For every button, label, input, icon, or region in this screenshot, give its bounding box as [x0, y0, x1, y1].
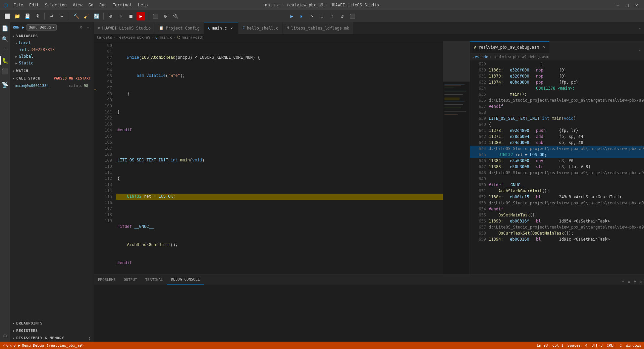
run-button[interactable]: ▶	[137, 12, 145, 20]
disasm-line-634: 634 00011378 <main>:	[470, 85, 644, 91]
debug-play-pause-button[interactable]: ⏵	[297, 11, 307, 21]
clean-icon[interactable]: 🧹	[82, 12, 91, 20]
tab-more-button[interactable]: ⋯	[636, 22, 644, 34]
disasm-memory-section-header[interactable]: ▾ DISASSEMBLY & MEMORY ❯	[10, 334, 94, 342]
flash-icon[interactable]: ⚡	[116, 12, 125, 20]
tab-terminal[interactable]: TERMINAL	[141, 275, 167, 285]
status-line-col[interactable]: Ln 98, Col 1	[537, 343, 563, 348]
chevron-down-icon: ▾	[52, 25, 55, 30]
activity-debug-icon[interactable]: 🐛	[0, 56, 10, 65]
activity-scm-icon[interactable]: ⑂	[0, 45, 10, 54]
menu-view[interactable]: View	[70, 2, 85, 8]
status-language[interactable]: C	[620, 343, 622, 348]
stop-debug-icon[interactable]: ⏹	[126, 12, 135, 20]
tab-project-config[interactable]: 📋 Project Config	[155, 22, 204, 34]
disasm-line-650: 650 #ifdef __GNUC__	[470, 182, 644, 188]
tab-debug-console[interactable]: DEBUG CONSOLE	[167, 275, 204, 285]
registers-section-header[interactable]: ▶ REGISTERS	[10, 327, 94, 334]
local-group[interactable]: ▾ Local	[10, 40, 94, 46]
tab-main-c[interactable]: C main.c ×	[204, 22, 238, 34]
menu-run[interactable]: Run	[97, 2, 109, 8]
debug-stop-button[interactable]: ⬛	[347, 11, 357, 21]
status-spaces[interactable]: Spaces: 4	[568, 343, 588, 348]
activity-files-icon[interactable]: 📄	[0, 23, 10, 33]
debug-config-icon[interactable]: ⚙	[106, 12, 115, 20]
tab-liteos-tables[interactable]: M liteos_tables_ldflags.mk	[283, 22, 354, 34]
code-line-98: UINT32 ret = LOS_OK;	[116, 194, 443, 200]
variables-section-header[interactable]: ▾ VARIABLES	[10, 32, 94, 40]
menu-terminal[interactable]: Terminal	[110, 2, 135, 8]
status-platform[interactable]: Windows	[626, 343, 641, 348]
menu-edit[interactable]: Edit	[26, 2, 42, 8]
status-eol[interactable]: CRLF	[607, 343, 616, 348]
editor-split: ⇒ 9091929394 9596979899 100101102103104 …	[94, 41, 644, 275]
terminal-icon[interactable]: ⬛	[151, 12, 160, 20]
activity-extensions-icon[interactable]: ⬛	[0, 66, 10, 76]
disasm-more-button[interactable]: ⋯	[636, 48, 644, 53]
callstack-header[interactable]: ▾ CALL STACK PAUSED ON RESTART	[10, 74, 94, 82]
settings-icon[interactable]: ⚙	[161, 12, 170, 20]
status-debug-session[interactable]: ▶ Qemu Debug (realview_pbx_a9)	[18, 343, 84, 348]
debug-arrow-indicator: ⇒	[94, 86, 96, 92]
disasm-content[interactable]: 629 } 630 1136c: e320f000 nop {0} 631	[470, 60, 644, 275]
panel-up-icon[interactable]: ∧	[626, 279, 632, 285]
breadcrumb-disasm-file[interactable]: realview_pbx_a9_debug.asm	[493, 55, 549, 59]
maximize-button[interactable]: □	[623, 1, 631, 9]
debug-settings-icon[interactable]: ⚙	[78, 24, 84, 30]
menu-help[interactable]: Help	[136, 2, 151, 8]
breadcrumb-pbx[interactable]: realview-pbx-a9	[117, 35, 150, 40]
open-folder-icon[interactable]: 📁	[13, 12, 21, 20]
save-all-icon[interactable]: 🗄	[33, 12, 42, 20]
menu-selection[interactable]: Selection	[42, 2, 69, 8]
static-group[interactable]: ▶ Static	[10, 60, 94, 66]
disasm-expand-icon[interactable]: ❯	[89, 336, 91, 340]
build-icon[interactable]: 🔨	[72, 12, 80, 20]
save-icon[interactable]: 💾	[23, 12, 32, 20]
undo-icon[interactable]: ↩	[47, 12, 56, 20]
debug-step-out-button[interactable]: ↑	[327, 11, 337, 21]
disasm-tab-active[interactable]: A realview_pbx_a9_debug.asm ×	[470, 41, 549, 53]
status-encoding[interactable]: UTF-8	[591, 343, 602, 348]
breadcrumb-main-void[interactable]: main(void)	[182, 35, 204, 40]
debug-config-dropdown[interactable]: Qemu Debug ▾	[26, 24, 57, 31]
explorer-icon[interactable]: ⬜	[3, 12, 11, 20]
tab-problems[interactable]: PROBLEMS	[94, 275, 120, 285]
panel-close-icon[interactable]: ×	[638, 279, 644, 285]
debug-restart-button[interactable]: ↺	[337, 11, 347, 21]
menu-go[interactable]: Go	[86, 2, 96, 8]
breakpoints-section-header[interactable]: ▾ BREAKPOINTS	[10, 319, 94, 327]
panel-down-icon[interactable]: ∨	[632, 279, 638, 285]
global-group[interactable]: ▶ Global	[10, 53, 94, 60]
breadcrumb-main-c[interactable]: main.c	[159, 35, 172, 40]
breadcrumb-targets[interactable]: targets	[97, 35, 112, 40]
minimap[interactable]	[443, 41, 470, 275]
debug-step-into-button[interactable]: ↓	[317, 11, 327, 21]
menu-file[interactable]: File	[11, 2, 26, 8]
rebuild-icon[interactable]: 🔄	[92, 12, 101, 20]
breadcrumb-vscode[interactable]: .vscode	[473, 55, 488, 59]
activity-search-icon[interactable]: 🔍	[0, 34, 10, 44]
extension-icon[interactable]: 🔌	[171, 12, 180, 20]
watch-section-header[interactable]: ▾ WATCH	[10, 67, 94, 74]
var-ret[interactable]: ret : 3402287818	[10, 46, 94, 53]
activity-settings-icon[interactable]: ⚙	[0, 331, 10, 340]
debug-step-over-button[interactable]: ↷	[307, 11, 317, 21]
status-debug-icon[interactable]: ⚡ 0 △ 0	[3, 343, 16, 348]
panel-settings-icon[interactable]: ⋯	[620, 279, 626, 285]
tab-close-main-c[interactable]: ×	[229, 26, 234, 31]
disasm-tab-close[interactable]: ×	[543, 45, 545, 50]
code-lines[interactable]: while(LOS_AtomicRead(&ncpu) < LOSCFG_KER…	[116, 41, 443, 275]
toolbar-sep3	[103, 13, 104, 19]
tab-hello-shell[interactable]: C hello_shell.c	[238, 22, 283, 34]
minimize-button[interactable]: −	[614, 1, 622, 9]
panel-content[interactable]	[94, 285, 644, 342]
callstack-item[interactable]: main@0x00011384 main.c 98	[10, 82, 94, 89]
redo-icon[interactable]: ↪	[57, 12, 66, 20]
close-button[interactable]: ×	[633, 1, 641, 9]
activity-remote-icon[interactable]: 📡	[0, 80, 10, 89]
tab-huawei-liteOS[interactable]: ⚙ HUAWEI LiteOS Studio	[94, 22, 155, 34]
debug-more-icon[interactable]: ⋯	[85, 24, 91, 30]
debug-continue-button[interactable]: ▶	[287, 11, 297, 21]
tab-output[interactable]: OUTPUT	[120, 275, 141, 285]
code-line-91: asm volatile("wfe");	[116, 73, 443, 79]
